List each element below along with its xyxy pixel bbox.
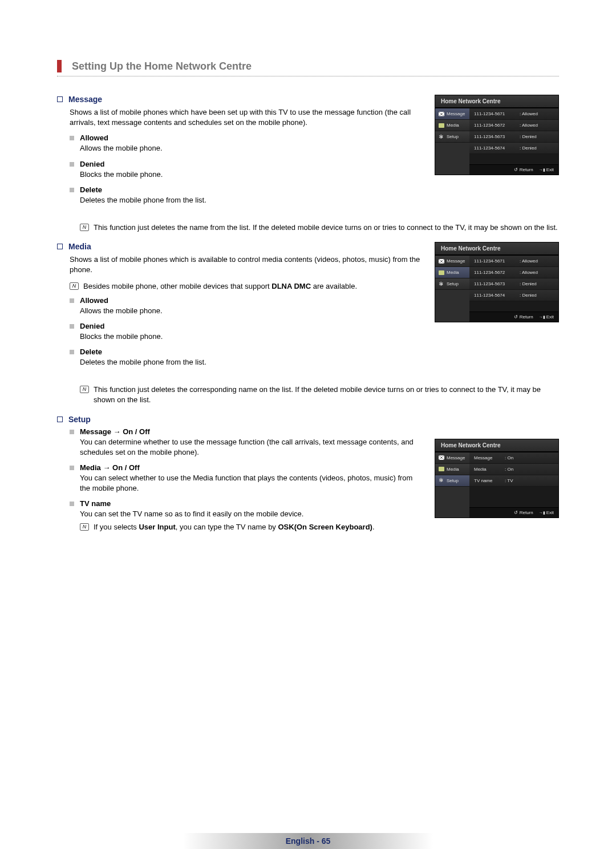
footer-lang: English - <box>286 836 322 846</box>
exit-button[interactable]: Exit <box>539 510 554 515</box>
tv-footer: ReturnExit <box>469 164 558 175</box>
table-row[interactable]: 111-1234-5674: Denied <box>469 290 558 301</box>
tv-window-title: Home Network Centre <box>435 242 558 256</box>
item-allowed: Allowed <box>70 134 424 142</box>
square-bullet-icon <box>70 430 74 434</box>
tv-footer: ReturnExit <box>469 312 558 322</box>
exit-button[interactable]: Exit <box>539 167 554 172</box>
tv-side-media[interactable]: Media <box>435 464 469 475</box>
item-delete: Delete <box>70 347 424 356</box>
note-text: If you selects User Input, you can type … <box>94 522 424 532</box>
item-desc: Blocks the mobile phone. <box>80 330 424 342</box>
subsection-title: Setup <box>68 415 91 424</box>
table-row[interactable]: TV name: TV <box>469 475 558 487</box>
tv-footer: ReturnExit <box>469 507 558 518</box>
footer-page: 65 <box>322 836 331 846</box>
page-footer: English - 65 <box>0 833 616 849</box>
table-row[interactable]: 111-1234-5671: Allowed <box>469 256 558 267</box>
tv-side-media[interactable]: Media <box>435 267 469 278</box>
item-tvname: TV name <box>70 499 424 508</box>
media-icon <box>439 270 444 275</box>
tv-screenshot-media: Home Network Centre Message Media Setup … <box>435 242 559 322</box>
tv-sidebar: Message Media Setup <box>435 108 469 175</box>
square-bullet-icon <box>70 350 74 354</box>
accent-bar <box>57 60 62 72</box>
tv-list: 111-1234-5671: Allowed 111-1234-5672: Al… <box>469 256 558 322</box>
tv-side-media[interactable]: Media <box>435 120 469 131</box>
bullet-box-icon <box>57 417 63 422</box>
note-icon: N <box>80 224 89 231</box>
media-icon <box>439 123 444 128</box>
subsection-message: Message <box>57 95 424 104</box>
square-bullet-icon <box>70 298 74 303</box>
note-icon: N <box>80 523 89 531</box>
tv-window-title: Home Network Centre <box>435 95 558 108</box>
square-bullet-icon <box>70 162 74 167</box>
tv-side-message[interactable]: Message <box>435 452 469 464</box>
tv-sidebar: Message Media Setup <box>435 452 469 518</box>
tv-screenshot-setup: Home Network Centre Message Media Setup … <box>435 439 559 518</box>
return-button[interactable]: Return <box>514 314 533 320</box>
item-desc: You can determine whether to use the mes… <box>80 436 424 458</box>
gear-icon <box>439 135 444 139</box>
square-bullet-icon <box>70 136 74 140</box>
subsection-desc: Shows a list of mobile phones which have… <box>70 107 424 128</box>
item-denied: Denied <box>70 322 424 330</box>
square-bullet-icon <box>70 324 74 329</box>
item-media-onoff: Media → On / Off <box>70 463 424 472</box>
return-button[interactable]: Return <box>514 167 533 172</box>
section-title: Setting Up the Home Network Centre <box>72 60 252 72</box>
tv-list: 111-1234-5671: Allowed 111-1234-5672: Al… <box>469 108 558 175</box>
gear-icon <box>439 282 444 286</box>
bullet-box-icon <box>57 244 63 249</box>
return-button[interactable]: Return <box>514 510 533 515</box>
item-desc: Deletes the mobile phone from the list. <box>80 194 424 205</box>
tv-window-title: Home Network Centre <box>435 439 558 452</box>
note-text: Besides mobile phone, other mobile devic… <box>83 281 424 292</box>
tv-sidebar: Message Media Setup <box>435 256 469 322</box>
subsection-desc: Shows a list of mobile phones which is a… <box>70 254 424 275</box>
exit-button[interactable]: Exit <box>539 314 554 320</box>
tv-side-setup[interactable]: Setup <box>435 278 469 290</box>
square-bullet-icon <box>70 466 74 470</box>
tv-side-message[interactable]: Message <box>435 256 469 267</box>
tv-side-message[interactable]: Message <box>435 108 469 120</box>
bullet-box-icon <box>57 96 63 102</box>
square-bullet-icon <box>70 502 74 506</box>
table-row[interactable]: Media: On <box>469 464 558 475</box>
mail-icon <box>439 112 444 116</box>
square-bullet-icon <box>70 188 74 192</box>
item-desc: Blocks the mobile phone. <box>80 168 424 180</box>
subsection-media: Media <box>57 242 424 251</box>
table-row[interactable]: 111-1234-5673: Denied <box>469 278 558 290</box>
table-row[interactable]: 111-1234-5673: Denied <box>469 131 558 143</box>
item-delete: Delete <box>70 185 424 194</box>
media-icon <box>439 467 444 471</box>
note-icon: N <box>70 282 79 290</box>
tv-list: Message: On Media: On TV name: TV Return… <box>469 452 558 518</box>
table-row[interactable]: 111-1234-5672: Allowed <box>469 267 558 278</box>
item-allowed: Allowed <box>70 296 424 305</box>
item-desc: You can set the TV name so as to find it… <box>80 508 424 519</box>
mail-icon <box>439 455 444 460</box>
item-desc: Allows the mobile phone. <box>80 142 424 153</box>
note: N This function just deletes the name fr… <box>80 223 559 233</box>
gear-icon <box>439 478 444 483</box>
subsection-title: Media <box>68 242 91 251</box>
item-desc: Allows the mobile phone. <box>80 305 424 316</box>
item-message-onoff: Message → On / Off <box>70 427 424 436</box>
note-icon: N <box>80 386 89 393</box>
tv-side-setup[interactable]: Setup <box>435 131 469 143</box>
table-row[interactable]: 111-1234-5671: Allowed <box>469 108 558 120</box>
item-desc: You can select whether to use the Media … <box>80 472 424 494</box>
table-row[interactable]: Message: On <box>469 452 558 464</box>
note: N This function just deletes the corresp… <box>80 385 559 405</box>
subsection-setup: Setup <box>57 415 424 424</box>
tv-screenshot-message: Home Network Centre Message Media Setup … <box>435 95 559 175</box>
section-header: Setting Up the Home Network Centre <box>57 60 559 76</box>
item-desc: Deletes the mobile phone from the list. <box>80 356 424 367</box>
tv-side-setup[interactable]: Setup <box>435 475 469 487</box>
table-row[interactable]: 111-1234-5674: Denied <box>469 143 558 154</box>
subsection-title: Message <box>68 95 102 104</box>
table-row[interactable]: 111-1234-5672: Allowed <box>469 120 558 131</box>
